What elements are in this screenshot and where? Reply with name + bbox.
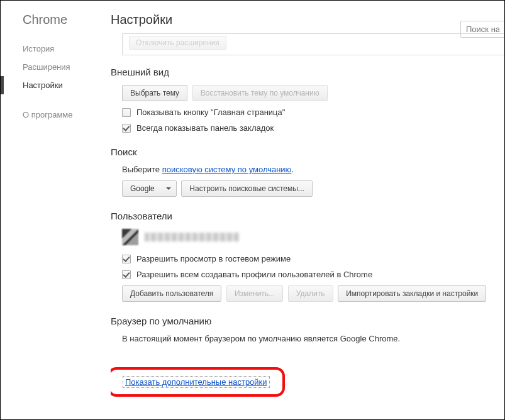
search-title: Поиск — [111, 146, 504, 157]
default-browser-title: Браузер по умолчанию — [111, 316, 504, 326]
highlight-annotation: Показать дополнительные настройки — [111, 367, 285, 397]
sidebar: Chrome История Расширения Настройки О пр… — [1, 1, 111, 419]
nav-history[interactable]: История — [1, 40, 111, 58]
guest-browsing-checkbox[interactable] — [122, 255, 131, 263]
show-advanced-settings-link[interactable]: Показать дополнительные настройки — [123, 376, 270, 388]
delete-user-button: Удалить — [288, 285, 333, 302]
import-bookmarks-button[interactable]: Импортировать закладки и настройки — [338, 285, 486, 302]
current-user-row[interactable] — [122, 229, 504, 245]
show-bookmarks-label: Всегда показывать панель закладок — [136, 123, 274, 133]
show-bookmarks-checkbox[interactable] — [122, 124, 131, 133]
search-help-text: Выберите поисковую систему по умолчанию. — [122, 165, 504, 174]
show-home-row[interactable]: Показывать кнопку "Главная страница" — [122, 108, 504, 117]
reset-theme-button: Восстановить тему по умолчанию — [192, 85, 328, 101]
nav-about[interactable]: О программе — [1, 106, 111, 124]
edit-user-button: Изменить... — [226, 285, 283, 302]
choose-theme-button[interactable]: Выбрать тему — [122, 85, 187, 101]
main-content: Настройки Отключить расширения Внешний в… — [111, 1, 504, 419]
show-home-label: Показывать кнопку "Главная страница" — [136, 108, 285, 117]
page-title: Настройки — [111, 13, 504, 27]
add-user-button[interactable]: Добавить пользователя — [122, 285, 221, 302]
search-engine-value: Google — [130, 184, 155, 193]
extensions-remnant-box: Отключить расширения — [122, 33, 504, 55]
disable-extensions-ghost: Отключить расширения — [129, 36, 226, 50]
nav-extensions[interactable]: Расширения — [1, 58, 111, 76]
manage-search-engines-button[interactable]: Настроить поисковые системы... — [181, 180, 313, 197]
allow-create-profiles-label: Разрешить всем создавать профили пользов… — [136, 270, 372, 279]
chevron-down-icon — [166, 187, 171, 190]
allow-create-profiles-row[interactable]: Разрешить всем создавать профили пользов… — [122, 270, 504, 279]
default-browser-section: Браузер по умолчанию В настоящий момент … — [111, 316, 504, 343]
show-bookmarks-row[interactable]: Всегда показывать панель закладок — [122, 123, 504, 133]
user-name-redacted — [145, 233, 239, 241]
default-search-engine-link[interactable]: поисковую систему по умолчанию — [162, 165, 292, 174]
show-home-checkbox[interactable] — [122, 108, 131, 117]
appearance-title: Внешний вид — [111, 67, 504, 77]
appearance-section: Внешний вид Выбрать тему Восстановить те… — [111, 67, 504, 133]
guest-browsing-row[interactable]: Разрешить просмотр в гостевом режиме — [122, 254, 504, 263]
nav-settings[interactable]: Настройки — [1, 76, 111, 94]
search-section: Поиск Выберите поисковую систему по умол… — [111, 146, 504, 197]
allow-create-profiles-checkbox[interactable] — [122, 270, 131, 279]
guest-browsing-label: Разрешить просмотр в гостевом режиме — [136, 254, 291, 263]
default-browser-status: В настоящий момент браузером по умолчани… — [122, 334, 504, 343]
search-engine-select[interactable]: Google — [122, 180, 177, 197]
users-title: Пользователи — [111, 211, 504, 221]
brand-title: Chrome — [1, 13, 111, 40]
users-section: Пользователи Разрешить просмотр в гостев… — [111, 211, 504, 302]
avatar — [122, 229, 138, 245]
